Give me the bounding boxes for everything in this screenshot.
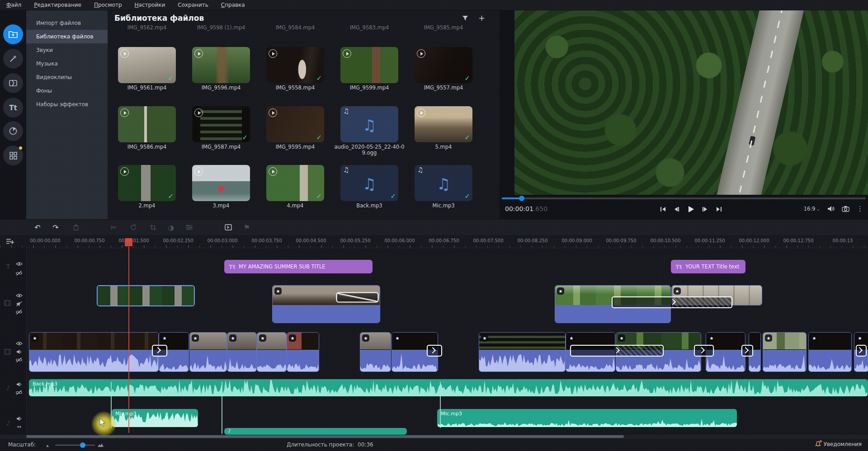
redo-button[interactable]: ↷	[50, 222, 61, 233]
video-clip[interactable]: ★	[189, 332, 227, 372]
nav-item[interactable]: Звуки	[26, 43, 108, 57]
video-clip[interactable]: ★	[227, 332, 257, 372]
audio-clip-partial[interactable]: ♪	[224, 428, 407, 435]
sliders-icon[interactable]	[183, 222, 195, 233]
snapshot-camera-icon[interactable]	[842, 206, 849, 212]
filter-icon[interactable]	[462, 15, 468, 21]
voice-clip[interactable]: Mic.mp3	[437, 409, 737, 427]
library-item-thumbnail[interactable]: ✓	[266, 106, 324, 142]
zoom-out-icon[interactable]	[46, 443, 51, 447]
library-item-thumbnail[interactable]: ✓	[118, 47, 176, 83]
library-item-thumbnail[interactable]: ♫♫✓	[415, 165, 472, 201]
aspect-ratio-select[interactable]: 16:9⌄	[804, 206, 820, 212]
nav-item[interactable]: Видеоклипы	[26, 70, 108, 84]
overlay-video-clip[interactable]: ★	[272, 285, 380, 323]
library-item-thumbnail[interactable]	[340, 47, 398, 83]
library-item-thumbnail[interactable]: ✓	[266, 47, 324, 83]
library-item-thumbnail[interactable]: ✓	[118, 165, 176, 201]
mic-track-sound-icon[interactable]	[14, 415, 24, 422]
video-clip[interactable]: ★	[479, 332, 566, 372]
video-clip[interactable]: ★	[257, 332, 287, 372]
playhead-marker[interactable]	[125, 238, 132, 246]
menu-item-Просмотр[interactable]: Просмотр	[88, 0, 128, 10]
mic-track-resize-icon[interactable]: ↔	[14, 423, 24, 430]
nav-item[interactable]: Импорт файлов	[26, 16, 108, 30]
more-options-icon[interactable]: ⋮	[857, 205, 863, 213]
menu-item-Сохранить[interactable]: Сохранить	[171, 0, 215, 10]
audio-track-sound-icon[interactable]	[14, 381, 24, 388]
transition-duration-bar[interactable]	[856, 345, 867, 357]
nav-item[interactable]: Библиотека файлов	[26, 30, 108, 43]
library-item-thumbnail[interactable]: ✓	[192, 106, 250, 142]
go-to-start-button[interactable]	[659, 205, 667, 213]
add-track-icon[interactable]	[5, 238, 14, 245]
seek-bar[interactable]	[502, 197, 866, 199]
library-item-thumbnail[interactable]: ♫♫✓	[340, 165, 398, 201]
cut-scissors-icon[interactable]: ✂	[108, 222, 119, 233]
go-to-end-button[interactable]	[715, 205, 723, 213]
clip-properties-icon[interactable]	[222, 222, 234, 233]
audio-track-unlink-icon[interactable]	[14, 389, 24, 396]
rotate-icon[interactable]	[127, 222, 139, 233]
zoom-slider-handle[interactable]	[80, 442, 85, 448]
volume-icon[interactable]	[827, 206, 835, 212]
crop-icon[interactable]	[147, 222, 159, 233]
nav-item[interactable]: Наборы эффектов	[26, 98, 108, 111]
voice-clip[interactable]: Mic.mp3	[112, 409, 198, 427]
rail-titles-button[interactable]: Tt	[3, 98, 23, 117]
rail-transitions-button[interactable]	[3, 73, 23, 93]
library-item-thumbnail[interactable]: ♫♫	[340, 106, 398, 142]
menu-item-Справка[interactable]: Справка	[215, 0, 251, 10]
play-button[interactable]	[687, 205, 695, 213]
transition-duration-bar[interactable]	[427, 345, 442, 357]
nav-item[interactable]: Музыка	[26, 57, 108, 70]
overlay-track-unlink-icon[interactable]	[14, 308, 24, 315]
color-adjust-icon[interactable]: ◑	[165, 222, 177, 233]
transition-duration-bar[interactable]	[694, 345, 714, 357]
title-track-visibility-icon[interactable]	[14, 260, 24, 268]
notifications-button[interactable]: Уведомления	[815, 441, 862, 447]
overlay-video-clip[interactable]	[97, 285, 195, 306]
music-clip[interactable]: Back.mp3	[29, 379, 868, 396]
library-item-thumbnail[interactable]	[118, 106, 176, 142]
undo-button[interactable]: ↶	[32, 222, 43, 233]
rail-stickers-button[interactable]	[3, 121, 23, 141]
overlay-track-visibility-icon[interactable]	[14, 292, 24, 299]
library-item-thumbnail[interactable]: ✓	[415, 106, 472, 142]
marker-flag-icon[interactable]: ⚑	[241, 222, 253, 233]
seek-handle[interactable]	[519, 196, 524, 201]
menu-item-Настройки[interactable]: Настройки	[128, 0, 172, 10]
library-item-thumbnail[interactable]	[192, 165, 250, 201]
transition-duration-bar[interactable]	[570, 345, 664, 357]
video-clip[interactable]: ★	[808, 332, 852, 372]
zoom-slider[interactable]	[55, 445, 95, 446]
title-clip[interactable]: TtYOUR TEXT Title text	[671, 260, 745, 273]
video-clip[interactable]: ★	[763, 332, 807, 372]
video-clip[interactable]: ★	[360, 332, 391, 372]
transition-duration-bar[interactable]	[741, 345, 753, 357]
video-clip[interactable]: ★	[287, 332, 319, 372]
timeline-scrollbar-thumb[interactable]	[26, 435, 624, 438]
library-item-thumbnail[interactable]	[192, 47, 250, 83]
add-files-icon[interactable]: +	[478, 15, 485, 21]
menu-item-Файл[interactable]: Файл	[0, 0, 28, 10]
title-clip[interactable]: TtMY AMAZING SUMMER SUB TITLE	[224, 260, 373, 273]
video-track-sound-icon[interactable]	[14, 348, 24, 355]
library-item-thumbnail[interactable]: ✓	[415, 47, 472, 83]
rail-filters-button[interactable]	[3, 49, 23, 69]
previous-frame-button[interactable]	[673, 205, 681, 213]
transition-duration-bar[interactable]	[152, 345, 167, 357]
rail-effect-store-button[interactable]	[3, 146, 23, 165]
video-track-unlink-icon[interactable]	[14, 356, 24, 363]
next-frame-button[interactable]	[701, 205, 709, 213]
video-clip[interactable]: ★	[29, 332, 159, 372]
delete-icon[interactable]	[70, 222, 82, 233]
library-item-thumbnail[interactable]: ✓	[266, 165, 324, 201]
overlay-track-mute-icon[interactable]	[14, 300, 24, 307]
menu-item-Редактирование[interactable]: Редактирование	[28, 0, 88, 10]
video-track-visibility-icon[interactable]	[14, 340, 24, 347]
nav-item[interactable]: Фоны	[26, 84, 108, 98]
title-track-unlink-icon[interactable]	[14, 269, 24, 277]
transition-duration-bar[interactable]	[612, 296, 732, 308]
video-preview[interactable]	[514, 10, 868, 195]
